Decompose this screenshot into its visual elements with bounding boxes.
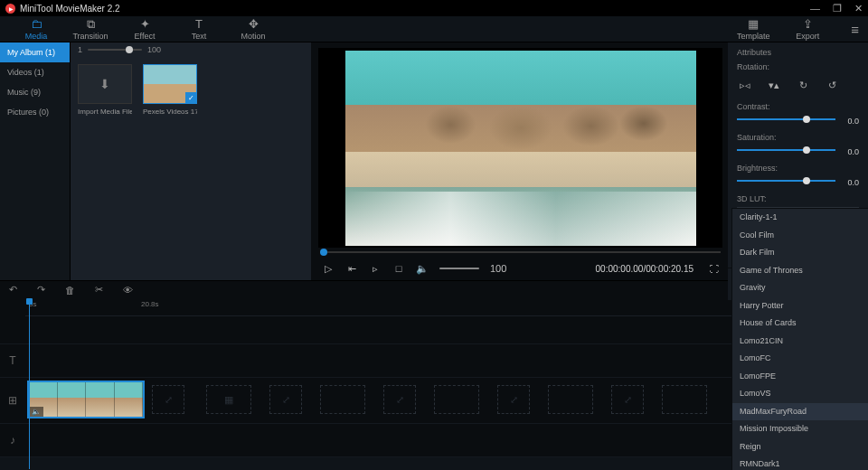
play-button[interactable]: ▷: [322, 263, 335, 275]
redo-button[interactable]: ↷: [37, 284, 45, 296]
tab-media[interactable]: 🗀 Media: [9, 18, 63, 41]
step-back-button[interactable]: ⇤: [345, 263, 358, 275]
text-icon: T: [195, 18, 203, 30]
step-forward-button[interactable]: ▹: [369, 263, 382, 275]
audio-track-icon: ♪: [0, 424, 25, 456]
motion-icon: ✥: [249, 18, 259, 30]
lut-option[interactable]: Lomo21CIN: [732, 333, 868, 351]
menu-button[interactable]: ≡: [851, 22, 859, 37]
download-icon: ⬇: [99, 77, 110, 91]
import-media-button[interactable]: ⬇ Import Media Files: [78, 64, 132, 116]
volume-slider[interactable]: [439, 268, 479, 269]
tab-text[interactable]: T Text: [172, 18, 226, 41]
contrast-value: 0.0: [841, 117, 859, 126]
lut-dropdown[interactable]: Clarity-1-1Cool FilmDark FilmGame of Thr…: [731, 208, 868, 470]
folder-icon: 🗀: [31, 18, 42, 30]
preview-panel: ▷ ⇤ ▹ □ 🔈 100 00:00:00.00/00:00:20.15 ⛶: [311, 42, 728, 280]
maximize-button[interactable]: ❐: [833, 3, 842, 14]
stop-button[interactable]: □: [392, 263, 405, 274]
brightness-slider[interactable]: [737, 180, 835, 182]
export-icon: ⇪: [803, 18, 813, 30]
attributes-panel: Attributes Rotation: ▹◃ ▾▴ ↻ ↺ Contrast:…: [728, 42, 868, 280]
lut-option[interactable]: MadMaxFuryRoad: [732, 403, 868, 421]
rotate-ccw-button[interactable]: ↺: [824, 79, 840, 91]
split-button[interactable]: ✂: [95, 284, 103, 296]
empty-slot[interactable]: [662, 385, 707, 414]
main-toolbar: 🗀 Media ⧉ Transition ✦ Effect T Text ✥ M…: [0, 16, 868, 42]
empty-slot[interactable]: [434, 385, 479, 414]
ruler-tick: 20.8s: [141, 300, 159, 308]
library-sidebar: My Album (1) Videos (1) Music (9) Pictur…: [0, 42, 71, 280]
close-button[interactable]: ✕: [854, 3, 863, 14]
empty-slot[interactable]: ⤢: [383, 385, 416, 414]
flip-vertical-button[interactable]: ▾▴: [766, 79, 782, 91]
empty-slot[interactable]: [320, 385, 365, 414]
lut-option[interactable]: Game of Thrones: [732, 262, 868, 280]
lut-option[interactable]: House of Cards: [732, 315, 868, 333]
brightness-value: 0.0: [841, 178, 859, 187]
thumb-zoom-max: 100: [147, 45, 161, 54]
seek-bar[interactable]: [320, 251, 721, 253]
lut-option[interactable]: Harry Potter: [732, 297, 868, 315]
effect-icon: ✦: [140, 18, 150, 30]
volume-value: 100: [490, 263, 506, 274]
lut-option[interactable]: Mission Impossible: [732, 420, 868, 438]
lut-option[interactable]: Clarity-1-1: [732, 209, 868, 227]
empty-slot[interactable]: ⤢: [497, 385, 530, 414]
app-logo-icon: [5, 4, 15, 14]
text-track-icon: T: [0, 344, 25, 377]
sidebar-item-music[interactable]: Music (9): [0, 82, 70, 102]
lut-option[interactable]: Cool Film: [732, 227, 868, 245]
saturation-value: 0.0: [841, 147, 859, 156]
video-track-icon: ⊞: [0, 378, 25, 423]
attributes-title: Attributes: [737, 48, 859, 57]
tab-template[interactable]: ▦ Template: [726, 18, 780, 41]
media-clip-item[interactable]: ✓ Pexels Videos 1739010: [143, 64, 197, 116]
timecode: 00:00:00.00/00:00:20.15: [596, 264, 693, 274]
flip-horizontal-button[interactable]: ▹◃: [737, 79, 753, 91]
video-frame: [345, 51, 696, 246]
volume-icon[interactable]: 🔈: [416, 263, 429, 275]
check-icon: ✓: [185, 92, 196, 103]
empty-slot[interactable]: ▦: [206, 385, 251, 414]
video-viewport[interactable]: [318, 48, 722, 248]
preview-button[interactable]: 👁: [123, 285, 133, 296]
lut-option[interactable]: Reign: [732, 438, 868, 456]
undo-button[interactable]: ↶: [9, 284, 17, 296]
tab-transition[interactable]: ⧉ Transition: [63, 18, 118, 41]
thumb-zoom-slider[interactable]: [88, 49, 142, 51]
lut-option[interactable]: LomoFC: [732, 350, 868, 368]
rotate-cw-button[interactable]: ↻: [795, 79, 811, 91]
thumb-zoom-min: 1: [78, 45, 82, 54]
lut-option[interactable]: LomoVS: [732, 385, 868, 403]
brightness-label: Brightness:: [737, 164, 859, 173]
lut-label: 3D LUT:: [737, 194, 859, 203]
template-icon: ▦: [748, 18, 759, 30]
lut-option[interactable]: LomoFPE: [732, 368, 868, 386]
empty-slot[interactable]: ⤢: [611, 385, 644, 414]
sidebar-item-videos[interactable]: Videos (1): [0, 62, 70, 82]
player-controls: ▷ ⇤ ▹ □ 🔈 100 00:00:00.00/00:00:20.15 ⛶: [318, 257, 722, 280]
app-title: MiniTool MovieMaker 2.2: [20, 4, 120, 14]
contrast-label: Contrast:: [737, 102, 859, 111]
playhead[interactable]: [29, 298, 30, 469]
minimize-button[interactable]: —: [810, 3, 820, 14]
lut-option[interactable]: Dark Film: [732, 244, 868, 262]
timeline-clip[interactable]: 🔈: [27, 381, 145, 418]
lut-option[interactable]: Gravity: [732, 279, 868, 297]
empty-slot[interactable]: [548, 385, 593, 414]
tab-export[interactable]: ⇪ Export: [780, 18, 835, 41]
transition-icon: ⧉: [87, 18, 95, 30]
contrast-slider[interactable]: [737, 118, 835, 120]
sidebar-item-pictures[interactable]: Pictures (0): [0, 102, 70, 122]
media-panel: 1 100 ⬇ Import Media Files ✓ Pexels Vide…: [71, 42, 311, 280]
lut-option[interactable]: RMNDark1: [732, 456, 868, 470]
delete-button[interactable]: 🗑: [65, 285, 75, 296]
saturation-slider[interactable]: [737, 149, 835, 151]
sidebar-item-album[interactable]: My Album (1): [0, 42, 70, 62]
tab-motion[interactable]: ✥ Motion: [226, 18, 280, 41]
tab-effect[interactable]: ✦ Effect: [118, 18, 172, 41]
empty-slot[interactable]: ⤢: [269, 385, 302, 414]
empty-slot[interactable]: ⤢: [152, 385, 184, 414]
fullscreen-button[interactable]: ⛶: [710, 264, 719, 274]
